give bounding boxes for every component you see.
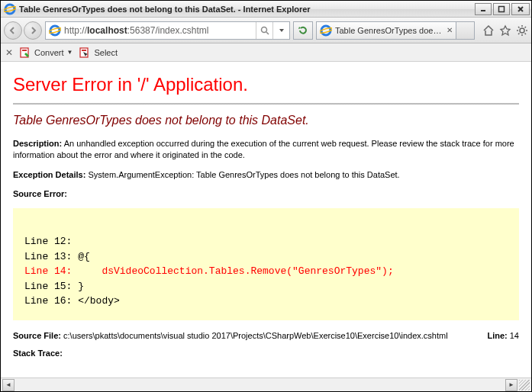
svg-line-18 (525, 27, 527, 28)
svg-rect-20 (22, 50, 27, 51)
exception-label: Exception Details: (13, 170, 85, 179)
refresh-button[interactable] (293, 21, 313, 40)
tab-close-icon[interactable]: ✕ (447, 26, 453, 34)
url-host: localhost (87, 25, 127, 36)
svg-point-0 (5, 5, 15, 14)
tab-favicon-icon (320, 24, 332, 37)
source-line-15: Line 15: } (24, 281, 84, 292)
horizontal-scrollbar[interactable]: ◄ ► (1, 379, 519, 391)
address-search-split-icon[interactable] (256, 22, 272, 39)
favorites-icon[interactable] (499, 24, 511, 37)
url-path: :56387/index.cshtml (127, 25, 209, 36)
stack-trace-label-row: Stack Trace: (13, 348, 519, 359)
svg-point-10 (520, 28, 524, 33)
home-icon[interactable] (482, 24, 495, 37)
minimize-button[interactable] (475, 3, 492, 15)
error-page[interactable]: Server Error in '/' Application. Table G… (1, 62, 531, 378)
status-bar: ◄ ► (1, 378, 531, 391)
select-button[interactable]: Select (79, 47, 118, 59)
description-label: Description: (13, 139, 62, 148)
convert-label: Convert (34, 48, 64, 57)
svg-line-15 (518, 27, 520, 28)
line-label: Line: (487, 331, 507, 340)
address-bar-url: http://localhost:56387/index.cshtml (64, 25, 256, 36)
tab-strip: Table GenresOrTypes does n... ✕ (316, 21, 475, 40)
tools-icon[interactable] (516, 24, 528, 37)
error-subheading: Table GenresOrTypes does not belong to t… (13, 114, 519, 127)
convert-dropdown-icon[interactable]: ▼ (67, 49, 73, 56)
back-button[interactable] (4, 21, 22, 40)
exception-text: System.ArgumentException: Table GenresOr… (88, 170, 399, 179)
select-label: Select (94, 48, 118, 57)
address-bar-favicon-icon (49, 24, 61, 37)
address-dropdown-icon[interactable] (272, 22, 289, 39)
command-bar-close-icon[interactable]: ✕ (5, 47, 13, 58)
new-tab-button[interactable] (456, 21, 475, 40)
source-line-14-error: Line 14: dsVideoCollection.Tables.Remove… (24, 265, 394, 277)
window-controls (475, 3, 530, 15)
url-scheme: http:// (64, 25, 87, 36)
convert-button[interactable]: Convert ▼ (19, 47, 73, 59)
svg-point-4 (50, 26, 60, 35)
source-error-label-row: Source Error: (13, 188, 519, 200)
close-button[interactable] (511, 3, 530, 15)
svg-line-17 (518, 33, 520, 34)
scroll-right-button[interactable]: ► (505, 379, 517, 391)
convert-icon (19, 47, 31, 59)
source-file-row: Source File: c:\users\pkatts\documents\v… (13, 331, 519, 340)
command-bar: ✕ Convert ▼ Select (1, 43, 531, 62)
browser-toolbar: http://localhost:56387/index.cshtml Tabl… (1, 18, 531, 43)
svg-line-16 (525, 33, 527, 34)
exception-paragraph: Exception Details: System.ArgumentExcept… (13, 169, 519, 181)
address-bar[interactable]: http://localhost:56387/index.cshtml (45, 21, 290, 40)
source-line-16: Line 16: </body> (24, 295, 120, 307)
source-file-label: Source File: (13, 331, 61, 340)
tab-active[interactable]: Table GenresOrTypes does n... ✕ (316, 21, 456, 40)
svg-rect-3 (499, 6, 505, 11)
divider (13, 103, 519, 104)
ie-favicon-icon (4, 3, 16, 15)
resize-grip-icon[interactable] (519, 380, 530, 390)
source-line-12: Line 12: (24, 236, 72, 247)
source-line-13: Line 13: @{ (24, 251, 90, 262)
description-paragraph: Description: An unhandled exception occu… (13, 138, 519, 162)
tab-label: Table GenresOrTypes does n... (335, 26, 442, 35)
source-error-label: Source Error: (13, 189, 67, 198)
svg-point-6 (261, 27, 266, 32)
forward-button[interactable] (24, 21, 42, 40)
window-title: Table GenresOrTypes does not belong to t… (19, 5, 475, 14)
error-heading: Server Error in '/' Application. (13, 74, 519, 95)
scroll-left-button[interactable]: ◄ (2, 379, 15, 391)
description-text: An unhandled exception occurred during t… (13, 139, 514, 159)
browser-viewport: Server Error in '/' Application. Table G… (1, 62, 531, 378)
select-icon (79, 47, 91, 59)
svg-rect-22 (82, 50, 86, 51)
maximize-button[interactable] (493, 3, 510, 15)
source-file-path: c:\users\pkatts\documents\visual studio … (63, 331, 448, 340)
line-number: 14 (510, 331, 519, 340)
stack-trace-label: Stack Trace: (13, 349, 63, 358)
source-code-box: Line 12: Line 13: @{ Line 14: dsVideoCol… (13, 208, 519, 320)
svg-line-7 (266, 32, 269, 34)
svg-point-8 (321, 26, 330, 35)
window-titlebar: Table GenresOrTypes does not belong to t… (1, 1, 531, 18)
